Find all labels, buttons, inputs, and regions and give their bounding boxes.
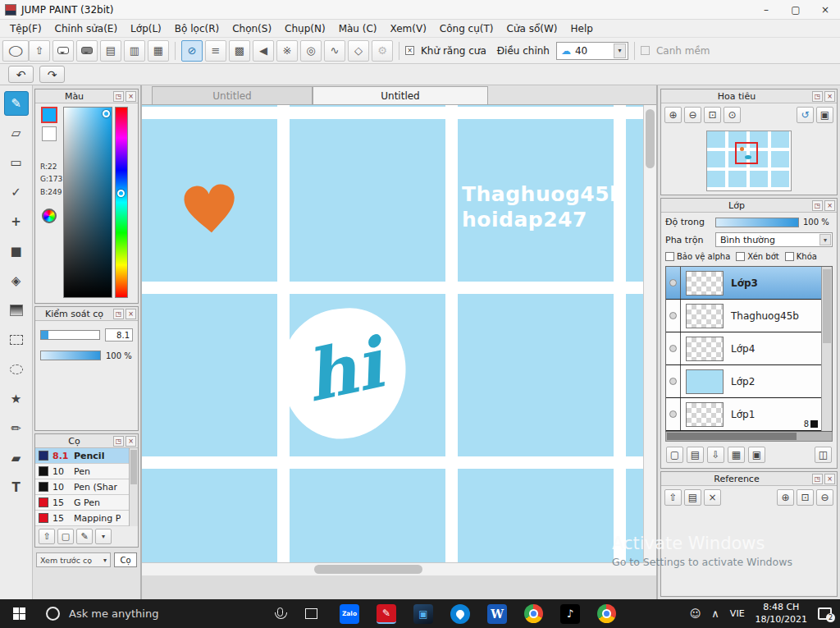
visibility-icon[interactable] — [669, 279, 677, 286]
palette-icon[interactable] — [42, 209, 57, 223]
chevron-down-icon[interactable]: ▾ — [614, 44, 626, 58]
menu-item-tep[interactable]: Tệp(F) — [3, 23, 48, 34]
ellipse-tool-icon[interactable]: ◯ — [2, 40, 30, 62]
eraser-tool[interactable]: ▱ — [4, 121, 29, 145]
popout-icon[interactable]: ◳ — [113, 309, 124, 319]
adjust-dropdown[interactable]: ☁ 40 ▾ — [556, 42, 628, 60]
hue-marker[interactable] — [117, 190, 125, 197]
stroke-tool[interactable]: ✓ — [4, 180, 29, 204]
taskbar-app-messenger[interactable] — [450, 604, 470, 624]
popout-icon[interactable]: ◳ — [113, 436, 124, 447]
taskbar-app-explorer[interactable]: ▣ — [413, 604, 433, 624]
visibility-cell[interactable] — [666, 332, 681, 364]
canvas-vertical-scrollbar[interactable] — [643, 105, 656, 562]
speech-bubble-icon[interactable] — [52, 40, 74, 62]
popout-icon[interactable]: ◳ — [113, 91, 124, 102]
rectangle-tool[interactable]: ▭ — [4, 150, 29, 175]
lasso-select-tool[interactable] — [4, 357, 29, 382]
visibility-cell[interactable] — [666, 365, 681, 397]
pencil-tool[interactable]: ✏ — [4, 416, 29, 441]
tab-untitled-2[interactable]: Untitled — [313, 86, 488, 104]
document-2-icon[interactable]: ▥ — [124, 40, 145, 62]
layer-row-lop1[interactable]: Lớp1 8 — [666, 398, 821, 431]
menu-item-cong-cu[interactable]: Công cụ(T) — [433, 23, 500, 34]
new-layer-icon[interactable]: ▢ — [666, 447, 683, 463]
close-panel-icon[interactable]: × — [824, 200, 835, 211]
brush-opacity-slider[interactable] — [40, 351, 101, 360]
sv-marker[interactable] — [103, 110, 110, 117]
menu-item-help[interactable]: Help — [564, 23, 600, 34]
arrow-left-icon[interactable]: ◀ — [253, 40, 274, 62]
menu-item-chinh-sua[interactable]: Chỉnh sửa(E) — [48, 23, 125, 34]
snap-icon[interactable]: ※ — [276, 40, 298, 62]
popout-icon[interactable]: ◳ — [812, 200, 823, 211]
clear-reference-icon[interactable]: × — [704, 489, 721, 506]
scrollbar-thumb[interactable] — [314, 565, 422, 574]
taskbar-clock[interactable]: 8:48 CH 18/10/2021 — [756, 602, 807, 626]
scrollbar-thumb[interactable] — [667, 433, 797, 440]
ref-zoom-in-icon[interactable]: ⊕ — [777, 489, 794, 506]
menu-item-xem[interactable]: Xem(V) — [384, 23, 433, 34]
halftone-icon[interactable]: ▩ — [229, 40, 250, 62]
start-button[interactable] — [0, 599, 38, 628]
chevron-down-icon[interactable]: ▾ — [819, 234, 831, 245]
close-button[interactable]: × — [810, 0, 840, 19]
brush-size-value[interactable]: 8.1 — [105, 328, 133, 342]
open-reference-icon[interactable]: ▤ — [684, 489, 701, 506]
cortana-search[interactable]: Ask me anything — [38, 599, 264, 628]
clip-option[interactable]: Xén bớt — [736, 252, 778, 261]
navigator-view-rect[interactable] — [735, 142, 758, 164]
brush-item-mapping-pen[interactable]: 15 Mapping P — [35, 511, 129, 526]
menu-item-chon[interactable]: Chọn(S) — [226, 23, 278, 34]
brush-item-pen[interactable]: 10 Pen — [35, 464, 129, 479]
zoom-out-icon[interactable]: ⊖ — [684, 107, 701, 123]
close-panel-icon[interactable]: × — [824, 91, 835, 102]
rotate-icon[interactable]: ↺ — [797, 107, 814, 123]
ref-fit-icon[interactable]: ⊡ — [797, 489, 814, 506]
ref-zoom-out-icon[interactable]: ⊖ — [816, 489, 833, 506]
new-brush-button[interactable]: ▢ — [57, 529, 74, 544]
foreground-color-swatch[interactable] — [41, 107, 57, 123]
new-folder-icon[interactable]: ▤ — [687, 447, 704, 463]
navigator-thumbnail[interactable] — [706, 131, 792, 191]
protect-alpha-option[interactable]: Bảo vệ alpha — [665, 252, 730, 261]
layer-horizontal-scrollbar[interactable] — [665, 432, 833, 442]
menu-item-cua-so[interactable]: Cửa sổ(W) — [500, 23, 564, 34]
eraser-2-tool[interactable]: ▰ — [4, 446, 29, 470]
lock-option[interactable]: Khóa — [785, 252, 817, 261]
upload-brush-button[interactable]: ⇧ — [39, 529, 55, 544]
microphone-button[interactable] — [264, 599, 295, 628]
gear-icon[interactable]: ⚙ — [372, 40, 393, 62]
transparency-icon[interactable]: ▦ — [728, 447, 745, 463]
brush-item-pen-sharp[interactable]: 10 Pen (Shar — [35, 479, 129, 495]
scrollbar-thumb[interactable] — [130, 450, 137, 484]
menu-item-lop[interactable]: Lớp(L) — [124, 23, 168, 34]
background-color-swatch[interactable] — [42, 126, 57, 141]
task-view-button[interactable] — [295, 599, 326, 628]
magic-wand-tool[interactable]: ★ — [4, 387, 29, 411]
undo-button[interactable]: ↶ — [8, 66, 34, 83]
soft-edge-checkbox[interactable] — [641, 46, 650, 55]
zoom-actual-icon[interactable]: ⊙ — [724, 107, 741, 123]
visibility-cell[interactable] — [666, 398, 681, 430]
tab-untitled-1[interactable]: Untitled — [152, 86, 313, 104]
protect-alpha-checkbox[interactable] — [665, 252, 674, 261]
document-icon[interactable]: ▤ — [100, 40, 121, 62]
scrollbar-thumb[interactable] — [823, 269, 831, 343]
close-panel-icon[interactable]: × — [126, 436, 136, 447]
hue-strip[interactable] — [115, 107, 128, 298]
brush-more-dropdown[interactable]: ▾ — [95, 529, 112, 544]
square-tool[interactable]: ■ — [4, 239, 29, 264]
people-icon[interactable]: ☺ — [690, 607, 701, 620]
visibility-icon[interactable] — [669, 345, 677, 352]
saturation-value-picker[interactable] — [63, 107, 112, 298]
layer-row-thaghuog45b[interactable]: Thaghuog45b — [666, 300, 821, 332]
maximize-button[interactable]: ▢ — [781, 0, 810, 19]
brush-preview-dropdown[interactable]: Xem trước cọ ▾ — [36, 552, 111, 567]
layer-row-lop4[interactable]: Lớp4 — [666, 332, 821, 365]
canvas-horizontal-scrollbar[interactable] — [142, 562, 656, 575]
brush-button[interactable]: Cọ — [114, 552, 137, 567]
language-indicator[interactable]: VIE — [730, 608, 745, 619]
menu-item-chup[interactable]: Chụp(N) — [278, 23, 332, 34]
popout-icon[interactable]: ◳ — [812, 91, 823, 102]
